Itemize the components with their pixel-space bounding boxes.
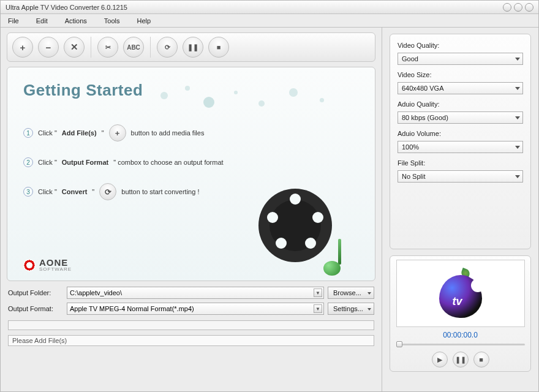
step-3-bold: Convert xyxy=(62,188,88,195)
stop-icon: ■ xyxy=(217,43,221,51)
step-2-number: 2 xyxy=(23,157,33,167)
pause-icon: ❚❚ xyxy=(455,356,466,364)
left-column: + − ✕ ✂ ABC ⟳ ❚❚ ■ xyxy=(1,28,382,391)
output-format-value: Apple TV MPEG-4 Normal Format(*.mp4) xyxy=(70,305,194,312)
scissors-icon: ✂ xyxy=(105,43,111,51)
chevron-down-icon xyxy=(515,175,520,178)
refresh-icon: ⟳ xyxy=(165,43,170,51)
preview-stop-button[interactable]: ■ xyxy=(473,352,489,368)
film-reel-icon xyxy=(258,183,350,274)
toolbar-wrap: + − ✕ ✂ ABC ⟳ ❚❚ ■ xyxy=(1,28,382,64)
step-1-text-c: " xyxy=(102,129,104,137)
status-bar: Please Add File(s) xyxy=(8,335,374,346)
maximize-button[interactable] xyxy=(514,3,522,12)
clear-button[interactable]: ✕ xyxy=(64,37,85,58)
inline-add-icon: + xyxy=(109,124,126,141)
inline-convert-icon: ⟳ xyxy=(99,183,116,200)
toolbar: + − ✕ ✂ ABC ⟳ ❚❚ ■ xyxy=(7,32,375,62)
step-3-text-c: " xyxy=(92,188,94,195)
audio-quality-value: 80 kbps (Good) xyxy=(402,114,448,121)
window-controls xyxy=(503,3,533,12)
getting-started-panel: Getting Started 1 Click "Add File(s)" + … xyxy=(7,67,375,281)
output-folder-label: Output Folder: xyxy=(8,289,63,296)
preview-panel: tv 00:00:00.0 ▶ ❚❚ ■ xyxy=(390,255,531,372)
chevron-down-icon: ▼ xyxy=(314,304,322,313)
file-split-label: File Split: xyxy=(398,159,523,167)
video-size-select[interactable]: 640x480 VGA xyxy=(398,82,523,94)
step-1-text-d: button to add media files xyxy=(131,129,205,137)
add-button[interactable]: + xyxy=(12,37,33,58)
remove-button[interactable]: − xyxy=(38,37,59,58)
output-folder-row: Output Folder: C:\appletv_video\ ▼ Brows… xyxy=(1,285,382,301)
timecode: 00:00:00.0 xyxy=(443,331,478,339)
chevron-down-icon xyxy=(515,146,520,149)
audio-volume-select[interactable]: 100% xyxy=(398,141,523,153)
output-folder-combo[interactable]: C:\appletv_video\ ▼ xyxy=(67,287,324,299)
step-2-bold: Output Format xyxy=(62,159,108,166)
menu-edit[interactable]: Edit xyxy=(36,17,48,24)
audio-quality-select[interactable]: 80 kbps (Good) xyxy=(398,111,523,124)
chevron-down-icon xyxy=(515,87,520,90)
progress-bar xyxy=(8,320,374,330)
cut-button[interactable]: ✂ xyxy=(97,37,118,58)
convert-button[interactable]: ⟳ xyxy=(157,37,178,58)
toolbar-separator xyxy=(150,37,151,58)
audio-volume-label: Aduio Volume: xyxy=(398,130,523,137)
minimize-button[interactable] xyxy=(503,3,511,12)
brand-text: AONE SOFTWARE xyxy=(39,258,72,272)
brand-name: AONE xyxy=(39,258,72,267)
file-split-value: No Split xyxy=(402,173,426,180)
menu-file[interactable]: File xyxy=(8,17,19,24)
pause-button[interactable]: ❚❚ xyxy=(183,37,203,58)
menu-help[interactable]: Help xyxy=(137,17,151,24)
seek-slider[interactable] xyxy=(396,342,525,347)
right-column: Video Quality: Good Video Size: 640x480 … xyxy=(382,28,538,391)
step-3-text-d: button to start converting ! xyxy=(121,188,199,195)
video-quality-label: Video Quality: xyxy=(398,42,523,49)
rename-button[interactable]: ABC xyxy=(123,37,144,58)
stop-icon: ■ xyxy=(479,356,483,363)
window-title: Ultra Apple TV Video Converter 6.0.1215 xyxy=(6,4,127,11)
video-size-value: 640x480 VGA xyxy=(402,85,444,92)
step-2-text-a: Click " xyxy=(38,159,57,166)
chevron-down-icon: ▼ xyxy=(314,288,322,297)
step-1: 1 Click "Add File(s)" + button to add me… xyxy=(23,124,359,141)
video-size-label: Video Size: xyxy=(398,71,523,78)
close-button[interactable] xyxy=(525,3,533,12)
menu-actions[interactable]: Actions xyxy=(65,17,87,24)
toolbar-separator xyxy=(91,37,91,58)
preview-pause-button[interactable]: ❚❚ xyxy=(453,352,469,368)
output-format-combo[interactable]: Apple TV MPEG-4 Normal Format(*.mp4) ▼ xyxy=(67,303,324,315)
browse-button[interactable]: Browse... xyxy=(328,287,374,299)
brand-sub: SOFTWARE xyxy=(39,267,72,272)
menubar: File Edit Actions Tools Help xyxy=(1,14,538,28)
brand: AONE SOFTWARE xyxy=(23,258,72,272)
step-1-bold: Add File(s) xyxy=(62,129,97,137)
video-quality-value: Good xyxy=(402,55,418,62)
audio-volume-value: 100% xyxy=(402,143,419,151)
play-button[interactable]: ▶ xyxy=(432,352,448,368)
step-1-text-a: Click " xyxy=(38,129,57,137)
output-format-row: Output Format: Apple TV MPEG-4 Normal Fo… xyxy=(1,301,382,317)
play-icon: ▶ xyxy=(437,356,442,364)
status-text: Please Add File(s) xyxy=(12,337,67,344)
settings-label: Settings... xyxy=(333,305,363,312)
step-3-number: 3 xyxy=(23,187,33,197)
app-window: Ultra Apple TV Video Converter 6.0.1215 … xyxy=(0,0,539,392)
titlebar: Ultra Apple TV Video Converter 6.0.1215 xyxy=(1,1,538,14)
preview-wrap: tv 00:00:00.0 ▶ ❚❚ ■ xyxy=(390,255,531,372)
step-2-text-c: " combox to choose an output format xyxy=(113,159,223,166)
menu-tools[interactable]: Tools xyxy=(104,17,120,24)
output-format-label: Output Format: xyxy=(8,305,63,312)
output-folder-value: C:\appletv_video\ xyxy=(70,289,122,296)
step-2: 2 Click "Output Format" combox to choose… xyxy=(23,157,359,167)
file-split-select[interactable]: No Split xyxy=(398,170,523,183)
brand-logo-icon xyxy=(23,259,36,271)
apple-tv-logo-icon: tv xyxy=(439,269,482,318)
content: + − ✕ ✂ ABC ⟳ ❚❚ ■ xyxy=(1,28,538,391)
settings-button[interactable]: Settings... xyxy=(328,303,374,315)
pause-icon: ❚❚ xyxy=(187,43,198,51)
music-note-icon xyxy=(321,233,354,276)
stop-button[interactable]: ■ xyxy=(208,37,229,58)
video-quality-select[interactable]: Good xyxy=(398,53,523,65)
